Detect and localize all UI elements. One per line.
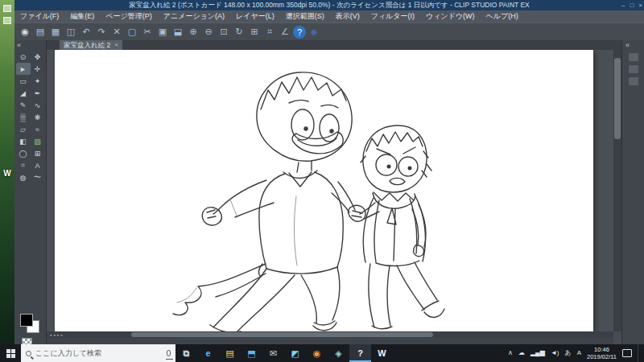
desktop-icon[interactable]	[3, 5, 11, 12]
taskbar-search[interactable]	[21, 344, 175, 362]
desktop-icon[interactable]	[3, 17, 11, 24]
photos-icon[interactable]: ◩	[284, 344, 306, 362]
grid-icon[interactable]: ⊞	[247, 25, 262, 39]
blend-tool[interactable]: ≈	[31, 123, 45, 135]
document-tab[interactable]: 家宝盆入れ絵 2 ×	[60, 40, 122, 50]
fill-tool[interactable]: ◧	[16, 135, 31, 147]
line-correction-tool[interactable]: 〜	[31, 171, 45, 183]
menu-file[interactable]: ファイル(F)	[14, 10, 64, 23]
desktop-shortcut-label[interactable]: W	[0, 169, 14, 178]
frame-border-tool[interactable]: ⊞	[31, 147, 45, 159]
ime-mode-icon[interactable]: A	[577, 344, 581, 362]
tool-list: ⊙✥►✛▭✦◢✒✎∿▒❋▱≈◧▨◯⊞⌗A◍〜	[14, 51, 46, 183]
firefox-icon[interactable]: ◉	[306, 344, 328, 362]
airbrush-tool[interactable]: ▒	[16, 111, 31, 123]
auto-select-tool[interactable]: ✦	[31, 75, 45, 87]
clip-studio-paint-icon[interactable]: ?	[349, 344, 371, 362]
fit-to-screen-icon[interactable]: ⊡	[217, 25, 231, 39]
brush-tool[interactable]: ∿	[31, 99, 45, 111]
edge-icon[interactable]: e	[197, 344, 219, 362]
task-view-icon[interactable]: ⧉	[175, 344, 197, 362]
figure-tool[interactable]: ◯	[16, 147, 31, 159]
vertical-scrollbar[interactable]	[613, 40, 621, 331]
paste-icon[interactable]: ⬓	[171, 25, 185, 39]
snap-special-icon[interactable]: ∠	[278, 25, 292, 39]
operation-tool[interactable]: ►	[16, 63, 31, 75]
snap-ruler-icon[interactable]: ⌗	[262, 25, 277, 39]
close-button[interactable]: ×	[638, 0, 642, 10]
mail-icon[interactable]: ✉	[262, 344, 284, 362]
tab-close-icon[interactable]: ×	[114, 40, 118, 50]
pencil-tool[interactable]: ✎	[16, 99, 31, 111]
show-desktop-button[interactable]	[638, 344, 641, 362]
foreground-color-swatch[interactable]	[20, 314, 33, 327]
file-explorer-icon[interactable]: ▤	[219, 344, 241, 362]
collapsed-panel-icon[interactable]	[629, 53, 638, 61]
store-icon[interactable]: ⬒	[241, 344, 262, 362]
menu-page[interactable]: ページ管理(P)	[100, 10, 157, 23]
collapsed-panel-icon[interactable]	[629, 77, 638, 85]
search-input[interactable]	[35, 349, 163, 357]
start-button[interactable]	[0, 344, 21, 362]
palette-collapse-icon[interactable]: «	[14, 40, 46, 51]
new-file-icon[interactable]: ▤	[33, 25, 47, 39]
tool-palette: « ⊙✥►✛▭✦◢✒✎∿▒❋▱≈◧▨◯⊞⌗A◍〜	[14, 40, 47, 344]
clip-studio-icon[interactable]: W	[371, 344, 393, 362]
menu-animation[interactable]: アニメーション(A)	[158, 10, 230, 23]
action-center-icon[interactable]	[622, 349, 632, 357]
menu-selection[interactable]: 選択範囲(S)	[280, 10, 330, 23]
canvas-artwork	[55, 50, 593, 331]
eraser-tool[interactable]: ▱	[16, 123, 31, 135]
microphone-icon[interactable]	[167, 350, 171, 356]
save-file-icon[interactable]: ◫	[64, 25, 78, 39]
right-panel-rail: «	[621, 40, 644, 344]
onedrive-icon[interactable]: ☁	[518, 344, 525, 362]
ruler-tool[interactable]: ⌗	[16, 159, 31, 171]
hscroll-track[interactable]	[66, 331, 613, 338]
minimize-button[interactable]: –	[621, 0, 625, 10]
network-icon[interactable]: ▂▄▆	[530, 344, 545, 362]
zoom-tool[interactable]: ⊙	[16, 51, 31, 63]
paint-app-icon[interactable]: ◈	[328, 344, 349, 362]
horizontal-scrollbar[interactable]: ▪ ▪ ▪ ▪	[47, 331, 613, 338]
reference-icon[interactable]: ◆	[307, 25, 321, 39]
balloon-tool[interactable]: ◍	[16, 171, 31, 183]
hscroll-thumb[interactable]	[131, 332, 432, 337]
menu-layer[interactable]: レイヤー(L)	[230, 10, 280, 23]
tray-expand-icon[interactable]: ∧	[508, 344, 513, 362]
deselect-icon[interactable]: ▢	[125, 25, 139, 39]
move-tool[interactable]: ✥	[31, 51, 45, 63]
taskbar-clock[interactable]: 10:46 2019/02/11	[587, 346, 617, 361]
gradient-tool[interactable]: ▨	[31, 135, 45, 147]
clip-studio-logo-icon[interactable]: ◉	[18, 25, 32, 39]
zoom-out-icon[interactable]: ⊖	[201, 25, 216, 39]
panel-collapse-icon[interactable]: «	[622, 40, 644, 49]
redo-icon[interactable]: ↷	[94, 25, 109, 39]
open-file-icon[interactable]: ▦	[48, 25, 63, 39]
vscroll-thumb[interactable]	[614, 58, 621, 139]
menu-edit[interactable]: 編集(E)	[64, 10, 100, 23]
menu-window[interactable]: ウィンドウ(W)	[420, 10, 481, 23]
layer-move-tool[interactable]: ✛	[31, 63, 45, 75]
menu-view[interactable]: 表示(V)	[330, 10, 365, 23]
selection-tool[interactable]: ▭	[16, 75, 31, 87]
pen-tool[interactable]: ✒	[31, 87, 45, 99]
text-tool[interactable]: A	[31, 159, 45, 171]
copy-icon[interactable]: ▣	[155, 25, 170, 39]
ime-lang-icon[interactable]: あ	[564, 344, 571, 362]
zoom-in-icon[interactable]: ⊕	[186, 25, 200, 39]
rotate-reset-icon[interactable]: ↻	[232, 25, 246, 39]
volume-icon[interactable]: ◄)	[551, 344, 559, 362]
delete-icon[interactable]: ✕	[109, 25, 124, 39]
decoration-tool[interactable]: ❋	[31, 111, 45, 123]
menu-filter[interactable]: フィルター(I)	[365, 10, 420, 23]
help-icon[interactable]: ?	[293, 26, 306, 39]
drawing-canvas[interactable]	[55, 50, 593, 331]
cut-icon[interactable]: ✂	[140, 25, 155, 39]
maximize-button[interactable]: □	[630, 0, 634, 10]
collapsed-panel-icon[interactable]	[629, 65, 638, 73]
menu-help[interactable]: ヘルプ(H)	[481, 10, 524, 23]
undo-icon[interactable]: ↶	[79, 25, 93, 39]
eyedropper-tool[interactable]: ◢	[16, 87, 31, 99]
status-nav-icons[interactable]: ▪ ▪ ▪ ▪	[47, 332, 66, 338]
